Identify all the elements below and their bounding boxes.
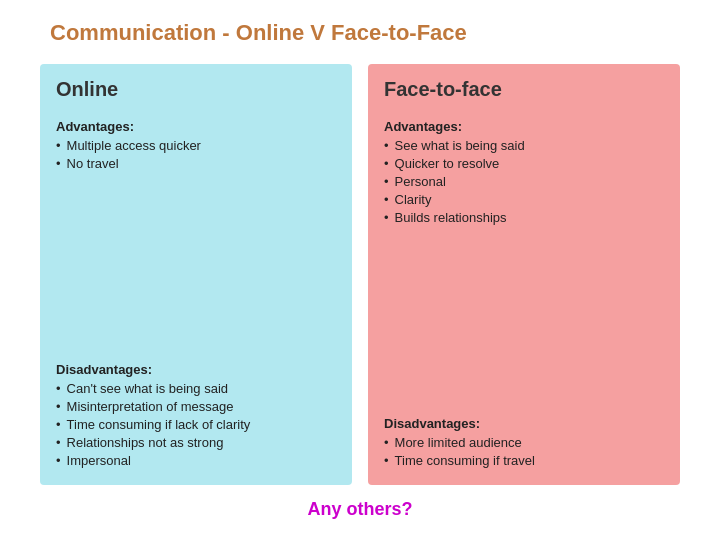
list-item: Impersonal bbox=[56, 453, 336, 468]
footer-text: Any others? bbox=[307, 499, 412, 520]
list-item: Multiple access quicker bbox=[56, 138, 336, 153]
online-advantages-label: Advantages: bbox=[56, 119, 336, 134]
face-advantages-label: Advantages: bbox=[384, 119, 664, 134]
list-item: Time consuming if lack of clarity bbox=[56, 417, 336, 432]
face-heading: Face-to-face bbox=[384, 78, 664, 101]
list-item: See what is being said bbox=[384, 138, 664, 153]
list-item: Relationships not as strong bbox=[56, 435, 336, 450]
face-column: Face-to-face Advantages: See what is bei… bbox=[368, 64, 680, 485]
face-disadvantages-label: Disadvantages: bbox=[384, 416, 664, 431]
online-disadvantages-list: Can't see what is being saidMisinterpret… bbox=[56, 381, 336, 471]
online-disadvantages-label: Disadvantages: bbox=[56, 362, 336, 377]
online-heading: Online bbox=[56, 78, 336, 101]
face-disadvantages-list: More limited audienceTime consuming if t… bbox=[384, 435, 664, 471]
columns-container: Online Advantages: Multiple access quick… bbox=[40, 64, 680, 485]
list-item: Quicker to resolve bbox=[384, 156, 664, 171]
page: Communication - Online V Face-to-Face On… bbox=[0, 0, 720, 540]
list-item: Personal bbox=[384, 174, 664, 189]
list-item: Misinterpretation of message bbox=[56, 399, 336, 414]
main-title: Communication - Online V Face-to-Face bbox=[50, 20, 467, 46]
list-item: Can't see what is being said bbox=[56, 381, 336, 396]
online-column: Online Advantages: Multiple access quick… bbox=[40, 64, 352, 485]
list-item: Builds relationships bbox=[384, 210, 664, 225]
online-advantages-list: Multiple access quickerNo travel bbox=[56, 138, 336, 174]
face-advantages-list: See what is being saidQuicker to resolve… bbox=[384, 138, 664, 228]
list-item: Time consuming if travel bbox=[384, 453, 664, 468]
list-item: More limited audience bbox=[384, 435, 664, 450]
list-item: Clarity bbox=[384, 192, 664, 207]
list-item: No travel bbox=[56, 156, 336, 171]
